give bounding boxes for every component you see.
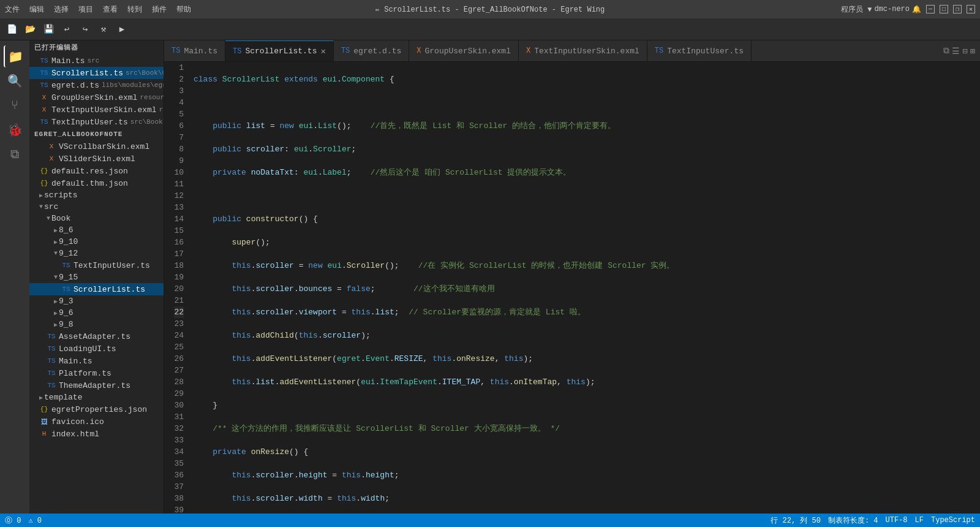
tab-actions: ⧉ ☰ ⊟ ⊞ bbox=[938, 40, 980, 61]
tab-icon-groupuserskin: X bbox=[417, 47, 421, 55]
toggle-panel-button[interactable]: ⊟ bbox=[962, 46, 967, 56]
project-header[interactable]: EGRET_ALLBOOKOFNOTE bbox=[29, 128, 164, 140]
tree-template-folder[interactable]: ▶ template bbox=[29, 392, 164, 403]
status-warnings[interactable]: ⚠ 0 bbox=[28, 516, 42, 525]
folder-arrow-9-8: ▶ bbox=[54, 321, 58, 328]
tree-9-3-label: 9_3 bbox=[59, 297, 73, 306]
tree-egretproperties[interactable]: {} egretProperties.json bbox=[29, 403, 164, 415]
json-icon-3: {} bbox=[39, 404, 49, 414]
close-button[interactable]: ✕ bbox=[967, 5, 975, 13]
tree-scrollerlist[interactable]: TS ScrollerList.ts bbox=[29, 283, 164, 295]
tree-9-12-folder[interactable]: ▼ 9_12 bbox=[29, 248, 164, 259]
window-title: ✏ ScrollerList.ts - Egret_AllBookOfNote … bbox=[375, 5, 605, 14]
window-controls[interactable]: 程序员 ▼ dmc-nero 🔔 ─ □ ❐ ✕ bbox=[841, 4, 975, 15]
build-button[interactable]: ⚒ bbox=[97, 23, 110, 36]
new-file-button[interactable]: 📄 bbox=[5, 23, 18, 36]
tab-main[interactable]: TS Main.ts bbox=[164, 40, 225, 61]
open-file-textinputuser[interactable]: TS TextInputUser.ts src\Book\9_12 bbox=[29, 116, 164, 128]
tree-vsliderskin[interactable]: X VSliderSkin.exml bbox=[29, 153, 164, 165]
tab-close-scrollerlist[interactable]: ✕ bbox=[320, 46, 325, 56]
status-errors[interactable]: ⓪ 0 bbox=[5, 515, 21, 526]
tree-9-3-folder[interactable]: ▶ 9_3 bbox=[29, 295, 164, 307]
status-language[interactable]: TypeScript bbox=[931, 516, 975, 525]
tab-textinputuser[interactable]: TS TextInputUser.ts bbox=[647, 40, 752, 61]
tab-label-scrollerlist: ScrollerList.ts bbox=[245, 47, 317, 56]
menu-plugins[interactable]: 插件 bbox=[152, 4, 167, 15]
tab-icon-textinputuserskin: X bbox=[526, 47, 530, 55]
status-tabsize[interactable]: 制表符长度: 4 bbox=[828, 515, 878, 526]
ts-icon-themeadapterts: TS bbox=[47, 381, 56, 390]
tree-defaultresjson[interactable]: {} default.res.json bbox=[29, 165, 164, 177]
maximize-editor-button[interactable]: ⊞ bbox=[970, 46, 975, 56]
status-eol[interactable]: LF bbox=[915, 516, 924, 525]
open-file-textinputuserskin-name: TextInputUserSkin.exml bbox=[51, 105, 157, 115]
tree-src-folder[interactable]: ▼ src bbox=[29, 201, 164, 213]
tree-vscrollbarskin[interactable]: X VScrollbarSkin.exml bbox=[29, 140, 164, 153]
tree-maints[interactable]: TS Main.ts bbox=[29, 355, 164, 367]
user-info: 程序员 ▼ dmc-nero 🔔 bbox=[841, 4, 921, 15]
tree-themeadapterts[interactable]: TS ThemeAdapter.ts bbox=[29, 379, 164, 392]
tree-assetadapter[interactable]: TS AssetAdapter.ts bbox=[29, 330, 164, 343]
tab-scrollerlist[interactable]: TS ScrollerList.ts ✕ bbox=[225, 40, 334, 61]
tree-defaultthmjson[interactable]: {} default.thm.json bbox=[29, 177, 164, 189]
open-file-main[interactable]: TS Main.ts src bbox=[29, 55, 164, 67]
code-line-2 bbox=[194, 97, 980, 108]
ts-icon-maints: TS bbox=[47, 356, 56, 366]
menu-file[interactable]: 文件 bbox=[5, 4, 20, 15]
menu-project[interactable]: 项目 bbox=[78, 4, 93, 15]
status-encoding[interactable]: UTF-8 bbox=[886, 516, 908, 525]
tree-9-6-folder[interactable]: ▶ 9_6 bbox=[29, 307, 164, 319]
git-icon[interactable]: ⑂ bbox=[4, 94, 26, 116]
notification-icon[interactable]: 🔔 bbox=[912, 5, 921, 14]
open-editors-header[interactable]: 已打开编辑器 bbox=[29, 40, 164, 55]
open-file-egretd[interactable]: TS egret.d.ts libs\modules\egret bbox=[29, 79, 164, 91]
restore-button[interactable]: ❐ bbox=[953, 5, 962, 13]
tree-book-folder[interactable]: ▼ Book bbox=[29, 213, 164, 224]
redo-button[interactable]: ↪ bbox=[78, 23, 92, 36]
search-icon[interactable]: 🔍 bbox=[4, 70, 26, 92]
tab-egretd[interactable]: TS egret.d.ts bbox=[334, 40, 409, 61]
xml-file-icon-2: X bbox=[39, 105, 49, 115]
tree-9-8-folder[interactable]: ▶ 9_8 bbox=[29, 319, 164, 330]
tree-platformts[interactable]: TS Platform.ts bbox=[29, 367, 164, 379]
menu-help[interactable]: 帮助 bbox=[176, 4, 191, 15]
undo-button[interactable]: ↩ bbox=[60, 23, 74, 36]
tree-9-10-folder[interactable]: ▶ 9_10 bbox=[29, 236, 164, 248]
explorer-icon[interactable]: 📁 bbox=[4, 45, 26, 67]
split-editor-button[interactable]: ⧉ bbox=[943, 46, 949, 56]
tabs-bar: TS Main.ts TS ScrollerList.ts ✕ TS egret… bbox=[164, 40, 980, 62]
tree-loadingui[interactable]: TS LoadingUI.ts bbox=[29, 343, 164, 355]
debug-icon[interactable]: 🐞 bbox=[4, 119, 26, 141]
menu-view[interactable]: 查看 bbox=[103, 4, 118, 15]
tree-indexhtml[interactable]: H index.html bbox=[29, 428, 164, 440]
toggle-sidebar-button[interactable]: ☰ bbox=[952, 46, 960, 56]
code-line-13: this.addEventListener(egret.Event.RESIZE… bbox=[194, 353, 980, 365]
menu-bar[interactable]: 文件 编辑 选择 项目 查看 转到 插件 帮助 bbox=[5, 4, 191, 15]
open-file-button[interactable]: 📂 bbox=[23, 23, 37, 36]
code-lines[interactable]: class ScrollerList extends eui.Component… bbox=[189, 62, 980, 514]
extensions-icon[interactable]: ⧉ bbox=[4, 143, 26, 165]
tree-vsliderskin-label: VSliderSkin.exml bbox=[59, 154, 135, 164]
tree-9-15-folder[interactable]: ▼ 9_15 bbox=[29, 271, 164, 283]
status-position[interactable]: 行 22, 列 50 bbox=[771, 515, 821, 526]
maximize-button[interactable]: □ bbox=[940, 5, 948, 13]
tree-scripts-folder[interactable]: ▶ scripts bbox=[29, 189, 164, 201]
tree-8-6-folder[interactable]: ▶ 8_6 bbox=[29, 224, 164, 236]
open-file-scrollerlist[interactable]: TS ScrollerList.ts src\Book\9_15 bbox=[29, 67, 164, 79]
menu-goto[interactable]: 转到 bbox=[127, 4, 142, 15]
tab-groupuserskin[interactable]: X GroupUserSkin.exml bbox=[409, 40, 519, 61]
html-icon-index: H bbox=[39, 429, 49, 439]
open-file-groupuserskin-path: resource... bbox=[140, 94, 164, 101]
debug-button[interactable]: ▶ bbox=[115, 23, 129, 36]
json-icon-2: {} bbox=[39, 178, 49, 188]
open-file-groupuserskin[interactable]: X GroupUserSkin.exml resource... bbox=[29, 91, 164, 104]
minimize-button[interactable]: ─ bbox=[926, 5, 935, 13]
code-editor[interactable]: 12345 678910 1112131415 1617181920 21222… bbox=[164, 62, 980, 514]
menu-select[interactable]: 选择 bbox=[54, 4, 69, 15]
tree-faviconico[interactable]: 🖼 favicon.ico bbox=[29, 415, 164, 428]
menu-edit[interactable]: 编辑 bbox=[29, 4, 44, 15]
open-file-textinputuserskin[interactable]: X TextInputUserSkin.exml resou... bbox=[29, 104, 164, 116]
tree-textinputuser[interactable]: TS TextInputUser.ts bbox=[29, 259, 164, 271]
tab-textinputuserskin[interactable]: X TextInputUserSkin.exml bbox=[519, 40, 647, 61]
save-file-button[interactable]: 💾 bbox=[42, 23, 55, 36]
